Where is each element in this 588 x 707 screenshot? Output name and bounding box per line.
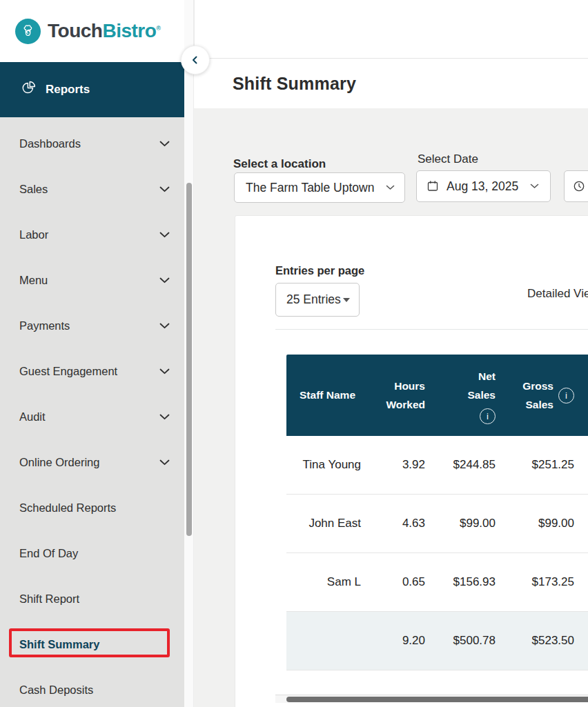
sidebar-item-online-ordering[interactable]: Online Ordering (0, 439, 184, 485)
cell-total-gross-sales: $523.50 (496, 612, 574, 670)
entries-per-page-select[interactable]: 25 Entries (275, 283, 360, 317)
table-row: Tina Young 3.92 $244.85 $251.25 (286, 436, 588, 495)
chevron-down-icon (159, 186, 170, 192)
chevron-down-icon (159, 414, 170, 420)
location-select-value: The Farm Table Uptown (246, 181, 374, 195)
cell-net-sales: $156.93 (425, 553, 496, 611)
date-select-value: Aug 13, 2025 (447, 179, 518, 194)
cell-total-hours: 9.20 (361, 612, 425, 670)
sidebar-collapse-button[interactable] (181, 46, 210, 74)
content-panel: Select a location The Farm Table Uptown … (194, 108, 588, 707)
chevron-down-icon (159, 459, 170, 466)
brand-wordmark: TouchBistro® (48, 20, 160, 42)
horizontal-scrollbar[interactable] (275, 695, 588, 703)
sidebar-section-reports[interactable]: Reports (0, 62, 184, 117)
column-header-hours-worked: Hours Worked (361, 355, 425, 436)
table-row: Sam L 0.65 $156.93 $173.25 (286, 553, 588, 612)
sidebar-item-end-of-day[interactable]: End Of Day (0, 530, 184, 576)
chevron-down-icon (159, 277, 170, 283)
cell-hours-worked: 4.63 (361, 495, 425, 552)
location-label: Select a location (233, 157, 326, 171)
page-header: Shift Summary (194, 59, 588, 108)
cell-net-sales: $244.85 (425, 436, 496, 494)
report-card: Entries per page 25 Entries Detailed Vie… (235, 215, 588, 707)
location-select[interactable]: The Farm Table Uptown (234, 172, 405, 203)
info-icon[interactable]: i (480, 408, 496, 424)
chevron-down-icon (159, 323, 170, 329)
table-header-row: Staff Name Hours Worked Net Sales i Gros… (286, 355, 588, 436)
chevron-left-icon (190, 55, 200, 65)
dropdown-arrow-icon (343, 298, 350, 302)
cell-staff-name (286, 612, 361, 670)
top-bar (194, 0, 588, 59)
pie-chart-icon (21, 80, 37, 99)
date-select[interactable]: Aug 13, 2025 (416, 170, 551, 202)
sidebar-item-menu[interactable]: Menu (0, 257, 184, 303)
main-content: Shift Summary Select a location The Farm… (194, 0, 588, 707)
entries-per-page-label: Entries per page (275, 264, 364, 277)
column-header-gross-sales: Gross Sales i (496, 355, 574, 436)
detailed-view-toggle-label[interactable]: Detailed View (527, 287, 588, 301)
sidebar-item-shift-report[interactable]: Shift Report (0, 576, 184, 621)
cell-gross-sales: $173.25 (496, 553, 574, 611)
chevron-down-icon (530, 183, 539, 189)
clock-icon (573, 180, 585, 192)
divider (275, 329, 588, 330)
sidebar-item-payments[interactable]: Payments (0, 303, 184, 348)
touchbistro-chef-logo-icon (15, 19, 41, 44)
chevron-down-icon (386, 185, 395, 190)
chevron-down-icon (159, 368, 170, 375)
shift-summary-table: Staff Name Hours Worked Net Sales i Gros… (286, 355, 588, 670)
cell-gross-sales: $251.25 (496, 436, 574, 494)
sidebar-item-scheduled-reports[interactable]: Scheduled Reports (0, 485, 184, 530)
sidebar-scrollbar[interactable] (184, 0, 194, 707)
table-totals-row: 9.20 $500.78 $523.50 (286, 612, 588, 670)
chevron-down-icon (159, 232, 170, 238)
sidebar-nav: Dashboards Sales Labor Menu Payments Gue… (0, 121, 184, 707)
entries-per-page-value: 25 Entries (286, 292, 341, 307)
horizontal-scrollbar-thumb[interactable] (286, 697, 588, 702)
chevron-down-icon (159, 141, 170, 147)
cell-staff-name: Tina Young (286, 436, 361, 494)
sidebar-item-shift-summary[interactable]: Shift Summary (0, 621, 184, 667)
sidebar: TouchBistro® Reports Dashboards Sales La… (0, 0, 184, 707)
page-title: Shift Summary (233, 74, 356, 94)
sidebar-item-sales[interactable]: Sales (0, 166, 184, 212)
sidebar-item-audit[interactable]: Audit (0, 394, 184, 439)
cell-staff-name: John East (286, 495, 361, 552)
column-header-filler (574, 355, 588, 436)
column-header-net-sales: Net Sales i (425, 355, 496, 436)
cell-total-net-sales: $500.78 (425, 612, 496, 670)
cell-staff-name: Sam L (286, 553, 361, 611)
cell-gross-sales: $99.00 (496, 495, 574, 552)
calendar-icon (427, 180, 439, 192)
column-header-staff-name: Staff Name (286, 355, 361, 436)
info-icon[interactable]: i (558, 388, 574, 404)
date-label: Select Date (418, 152, 478, 166)
sidebar-item-dashboards[interactable]: Dashboards (0, 121, 184, 166)
app-logo: TouchBistro® (0, 0, 184, 62)
sidebar-item-cash-deposits[interactable]: Cash Deposits (0, 667, 184, 707)
cell-hours-worked: 3.92 (361, 436, 425, 494)
sidebar-item-labor[interactable]: Labor (0, 212, 184, 257)
sidebar-scrollbar-thumb[interactable] (186, 183, 192, 536)
table-row: John East 4.63 $99.00 $99.00 (286, 495, 588, 553)
sidebar-section-label: Reports (46, 83, 90, 97)
time-select[interactable] (564, 170, 588, 202)
cell-hours-worked: 0.65 (361, 553, 425, 611)
cell-net-sales: $99.00 (425, 495, 496, 552)
sidebar-item-guest-engagement[interactable]: Guest Engagement (0, 348, 184, 394)
